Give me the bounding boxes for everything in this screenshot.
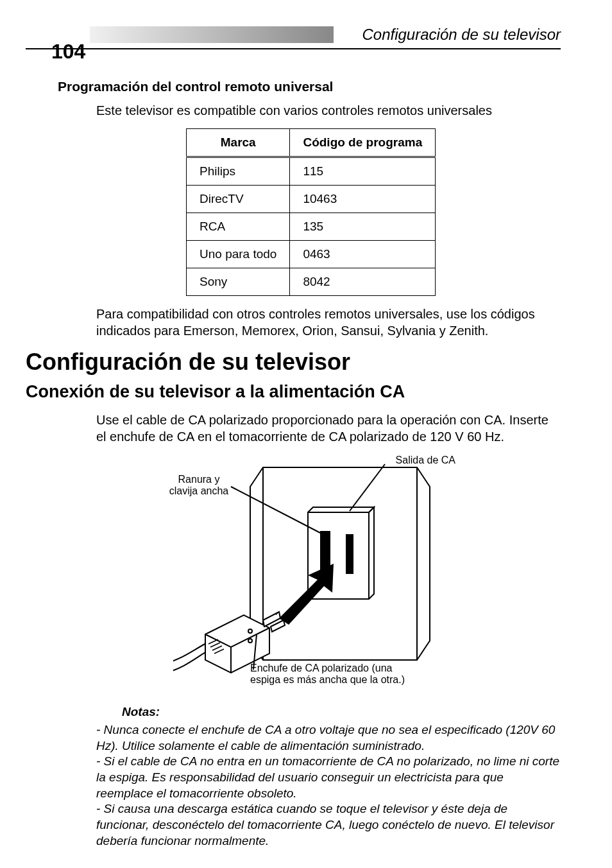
sub-heading: Conexión de su televisor a la alimentaci… xyxy=(26,382,561,402)
brand-cell: Uno para todo xyxy=(187,241,290,268)
table-row: DirecTV 10463 xyxy=(187,186,436,213)
note-item: - Si causa una descarga estática cuando … xyxy=(96,801,561,849)
brand-cell: DirecTV xyxy=(187,186,290,213)
note-item: - Si el cable de CA no entra en un tomac… xyxy=(96,754,561,801)
remote-codes-table: Marca Código de programa Philips 115 Dir… xyxy=(186,128,436,296)
header-gradient xyxy=(90,26,334,43)
brand-cell: RCA xyxy=(187,213,290,241)
compatibility-text: Para compatibilidad con otros controles … xyxy=(96,306,561,339)
note-item: - Nunca conecte el enchufe de CA a otro … xyxy=(96,722,561,754)
main-heading: Configuración de su televisor xyxy=(26,349,561,376)
header-underline xyxy=(26,48,561,49)
code-cell: 10463 xyxy=(290,186,436,213)
table-row: Philips 115 xyxy=(187,157,436,186)
brand-cell: Philips xyxy=(187,157,290,186)
plug-outlet-icon xyxy=(173,455,468,692)
connection-text: Use el cable de CA polarizado proporcion… xyxy=(96,412,561,445)
notes-heading: Notas: xyxy=(122,705,561,719)
code-cell: 115 xyxy=(290,157,436,186)
table-row: RCA 135 xyxy=(187,213,436,241)
ac-connection-diagram: Salida de CA Ranura y clavija ancha Ench… xyxy=(173,455,468,692)
remote-program-heading: Programación del control remoto universa… xyxy=(58,79,561,94)
brand-cell: Sony xyxy=(187,268,290,296)
table-row: Sony 8042 xyxy=(187,268,436,296)
table-header-code: Código de programa xyxy=(290,129,436,157)
remote-intro-text: Este televisor es compatible con varios … xyxy=(96,102,561,119)
code-cell: 0463 xyxy=(290,241,436,268)
table-header-brand: Marca xyxy=(187,129,290,157)
page-content: Programación del control remoto universa… xyxy=(58,79,561,849)
page-header: 104 Configuración de su televisor xyxy=(26,26,561,44)
table-row: Uno para todo 0463 xyxy=(187,241,436,268)
svg-rect-2 xyxy=(346,535,353,573)
code-cell: 8042 xyxy=(290,268,436,296)
code-cell: 135 xyxy=(290,213,436,241)
page-number: 104 xyxy=(51,40,85,64)
header-title: Configuración de su televisor xyxy=(334,26,561,44)
